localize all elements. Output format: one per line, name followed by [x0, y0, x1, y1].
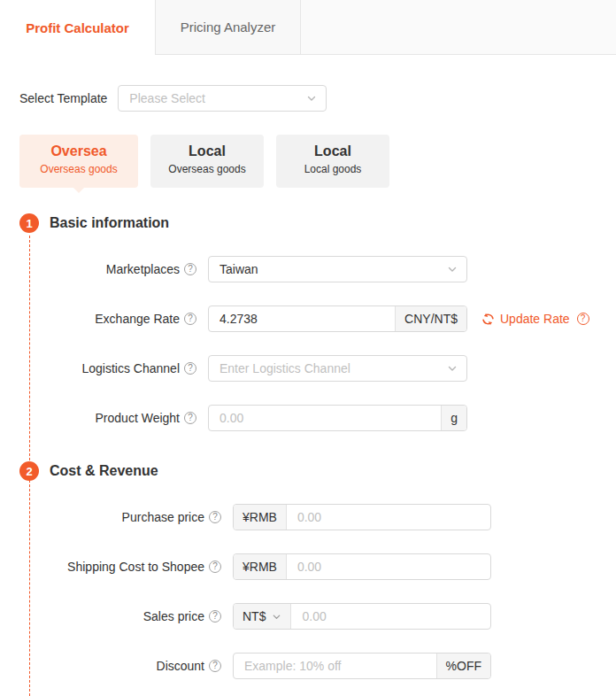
template-card-local-overseas[interactable]: Local Overseas goods	[150, 135, 264, 188]
update-rate-button[interactable]: Update Rate ?	[481, 312, 589, 326]
marketplaces-value: Taiwan	[219, 262, 258, 276]
select-template-row: Select Template Please Select	[19, 85, 616, 112]
sales-price-input[interactable]	[291, 604, 490, 629]
chevron-down-icon	[272, 612, 281, 622]
help-icon[interactable]: ?	[184, 313, 196, 325]
section-number-badge: 1	[19, 213, 39, 233]
logistics-channel-select[interactable]: Enter Logistics Channel	[208, 355, 467, 382]
help-icon[interactable]: ?	[209, 511, 221, 523]
help-icon[interactable]: ?	[209, 561, 221, 573]
product-weight-input[interactable]	[209, 406, 441, 430]
purchase-price-input[interactable]	[287, 505, 490, 530]
sales-price-currency-select[interactable]: NT$	[234, 604, 291, 629]
discount-input[interactable]	[234, 653, 436, 678]
tab-profit-calculator[interactable]: Profit Calculator	[0, 0, 155, 55]
tab-pricing-analyzer[interactable]: Pricing Analyzer	[155, 0, 301, 55]
profit-calculator-page: Profit Calculator Pricing Analyzer Selec…	[0, 0, 616, 696]
exchange-rate-label: Exchange Rate	[95, 312, 180, 326]
shipping-cost-currency: ¥RMB	[234, 554, 287, 579]
purchase-price-row: Purchase price ? ¥RMB	[0, 504, 616, 530]
exchange-rate-input[interactable]	[209, 306, 395, 331]
sales-price-input-group: NT$	[233, 603, 491, 630]
discount-input-group: %OFF	[233, 653, 491, 679]
card-subtitle: Overseas goods	[19, 163, 138, 175]
shipping-cost-input-group: ¥RMB	[233, 553, 491, 580]
help-icon[interactable]: ?	[577, 313, 589, 325]
logistics-channel-label: Logistics Channel	[81, 361, 180, 375]
update-rate-label: Update Rate	[500, 312, 570, 326]
help-icon[interactable]: ?	[184, 412, 196, 424]
help-icon[interactable]: ?	[184, 263, 196, 275]
card-subtitle: Overseas goods	[150, 163, 264, 175]
help-icon[interactable]: ?	[209, 610, 221, 623]
product-weight-row: Product Weight ? g	[0, 405, 616, 431]
template-card-group: Oversea Overseas goods Local Overseas go…	[19, 135, 616, 188]
shipping-cost-input[interactable]	[287, 554, 490, 579]
logistics-channel-row: Logistics Channel ? Enter Logistics Chan…	[0, 355, 616, 382]
section-cost-revenue-body: Purchase price ? ¥RMB Shipping Cost to S…	[0, 504, 616, 679]
template-card-oversea[interactable]: Oversea Overseas goods	[19, 135, 138, 188]
card-subtitle: Local goods	[276, 163, 389, 175]
card-title: Local	[150, 143, 264, 160]
refresh-icon	[481, 313, 495, 326]
shipping-cost-row: Shipping Cost to Shopee ? ¥RMB	[0, 553, 616, 580]
discount-label: Discount	[157, 659, 204, 673]
marketplaces-select[interactable]: Taiwan	[208, 256, 467, 282]
discount-unit: %OFF	[436, 653, 490, 678]
product-weight-input-group: g	[208, 405, 467, 431]
section-basic-information-header: 1 Basic information	[19, 213, 616, 233]
section-title: Basic information	[50, 215, 169, 231]
template-select-placeholder: Please Select	[129, 91, 205, 105]
sales-price-currency: NT$	[243, 609, 266, 623]
help-icon[interactable]: ?	[209, 660, 221, 672]
top-tab-bar: Profit Calculator Pricing Analyzer	[0, 0, 616, 55]
discount-row: Discount ? %OFF	[0, 653, 616, 679]
exchange-rate-input-group: CNY/NT$	[208, 305, 467, 332]
section-number-badge: 2	[19, 461, 39, 481]
exchange-rate-row: Exchange Rate ? CNY/NT$ Update Rate ?	[0, 305, 616, 332]
section-basic-information-body: Marketplaces ? Taiwan Exchange Rate ? CN…	[0, 256, 616, 431]
card-title: Local	[276, 143, 389, 160]
chevron-down-icon	[306, 93, 317, 104]
exchange-rate-unit: CNY/NT$	[395, 306, 466, 331]
shipping-cost-label: Shipping Cost to Shopee	[67, 560, 204, 574]
logistics-channel-placeholder: Enter Logistics Channel	[219, 361, 350, 375]
card-title: Oversea	[19, 143, 138, 160]
marketplaces-row: Marketplaces ? Taiwan	[0, 256, 616, 282]
tab-bar-filler	[301, 0, 616, 55]
purchase-price-label: Purchase price	[122, 510, 204, 524]
product-weight-label: Product Weight	[96, 411, 180, 425]
chevron-down-icon	[447, 264, 458, 275]
select-template-label: Select Template	[19, 91, 107, 105]
chevron-down-icon	[447, 363, 458, 374]
marketplaces-label: Marketplaces	[106, 262, 180, 276]
section-title: Cost & Revenue	[50, 463, 158, 479]
purchase-price-currency: ¥RMB	[234, 505, 287, 530]
help-icon[interactable]: ?	[184, 362, 196, 375]
template-select[interactable]: Please Select	[118, 85, 327, 112]
active-card-arrow	[73, 187, 85, 193]
section-cost-revenue-header: 2 Cost & Revenue	[19, 461, 616, 481]
template-card-local-local[interactable]: Local Local goods	[276, 135, 389, 188]
sales-price-label: Sales price	[143, 609, 204, 623]
purchase-price-input-group: ¥RMB	[233, 504, 491, 530]
sales-price-row: Sales price ? NT$	[0, 603, 616, 630]
product-weight-unit: g	[441, 406, 466, 430]
